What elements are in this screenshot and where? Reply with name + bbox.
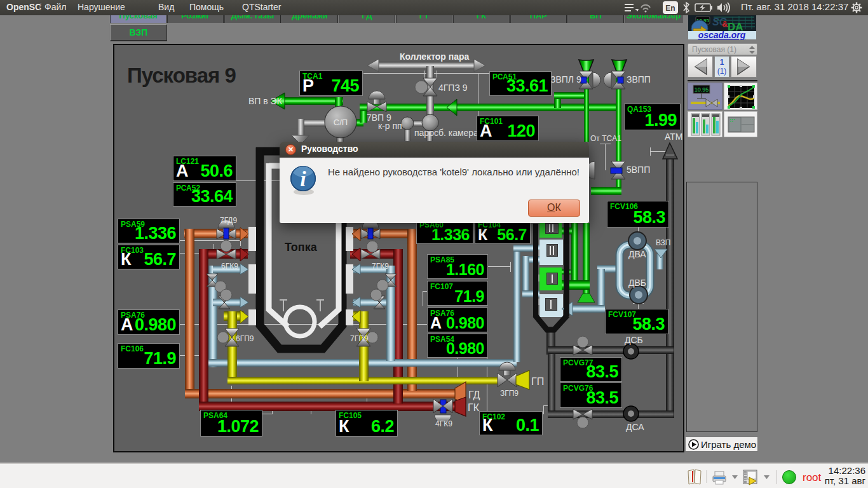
svg-text:С/П: С/П	[334, 118, 348, 127]
svg-text:En: En	[665, 4, 675, 13]
svg-text:i: i	[300, 167, 306, 191]
